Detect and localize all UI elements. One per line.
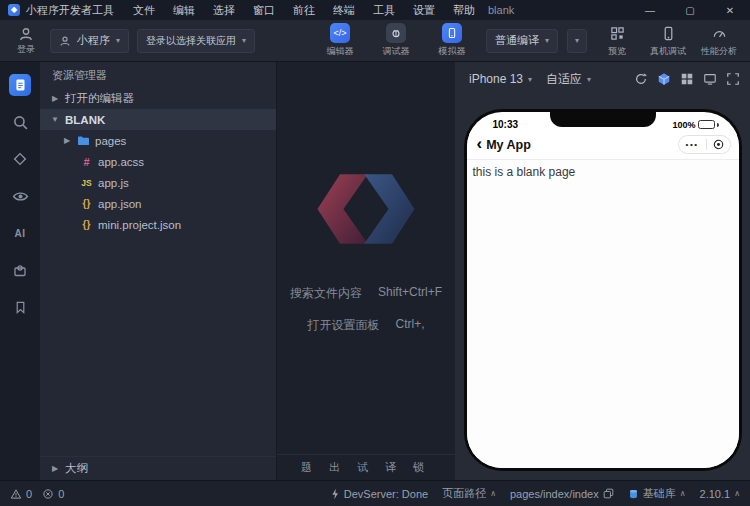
toolbar-actions: 普通编译 ▾ ▾ 预览 真机调试 性能分析	[486, 23, 740, 58]
miniapp-capsule: •••	[678, 135, 731, 154]
bolt-icon	[330, 488, 340, 500]
account-person-icon	[59, 35, 71, 47]
devserver-status[interactable]: DevServer: Done	[330, 488, 428, 500]
grid-icon[interactable]	[680, 72, 694, 86]
compile-mode-label: 普通编译	[495, 33, 539, 48]
capsule-close-icon[interactable]	[707, 139, 730, 150]
device-phone-icon	[658, 23, 678, 43]
phone-screen: 10:33 100% ‹ My App •••	[467, 112, 739, 468]
compile-mode-dropdown[interactable]: 普通编译 ▾	[486, 29, 558, 53]
titlebar: ◆ 小程序开发者工具 文件 编辑 选择 窗口 前往 终端 工具 设置 帮助 bl…	[0, 0, 750, 20]
errors-indicator[interactable]: 0	[42, 488, 64, 500]
maximize-button[interactable]: ▢	[670, 0, 710, 20]
project-name: blank	[488, 4, 514, 16]
window-controls: — ▢ ✕	[630, 0, 750, 20]
git-icon[interactable]	[9, 148, 31, 170]
main-area: AI 资源管理器 ▶ 打开的编辑器 ▼ BLANK ▶ pages # app.…	[0, 62, 750, 480]
login-button[interactable]: 登录	[10, 26, 42, 56]
compile-options-dropdown[interactable]: ▾	[567, 29, 587, 53]
outline-section[interactable]: ▶ 大纲	[40, 456, 276, 480]
file-row-app-json[interactable]: {} app.json	[40, 193, 276, 214]
panel-toggles: </> 编辑器 调试器 模拟器	[319, 23, 473, 58]
cube-icon[interactable]	[657, 72, 671, 86]
menu-help[interactable]: 帮助	[444, 0, 484, 20]
menu-file[interactable]: 文件	[124, 0, 164, 20]
chevron-right-icon: ▶	[50, 94, 60, 103]
shortcut-keys: Ctrl+,	[395, 317, 424, 334]
ai-icon[interactable]: AI	[9, 222, 31, 244]
preview-button[interactable]: 预览	[596, 23, 638, 58]
json-file-icon: {}	[80, 219, 93, 230]
base-lib-version[interactable]: 2.10.1 ∧	[700, 488, 740, 500]
gauge-icon	[709, 23, 729, 43]
explorer-title: 资源管理器	[40, 62, 276, 88]
eye-icon[interactable]	[9, 185, 31, 207]
database-icon	[628, 488, 639, 500]
search-icon[interactable]	[9, 111, 31, 133]
editor-toggle[interactable]: </> 编辑器	[319, 23, 361, 58]
warnings-indicator[interactable]: 0	[10, 488, 32, 500]
simulator-toggle[interactable]: 模拟器	[431, 23, 473, 58]
bookmark-icon[interactable]	[9, 296, 31, 318]
panel-tab-4[interactable]: 锁	[413, 460, 424, 475]
files-icon[interactable]	[9, 74, 31, 96]
phone-icon	[442, 23, 462, 43]
more-dots-icon[interactable]: •••	[679, 141, 706, 149]
chevron-down-icon: ▾	[116, 36, 120, 45]
menu-select[interactable]: 选择	[204, 0, 244, 20]
panel-tab-1[interactable]: 出	[329, 460, 340, 475]
open-editors-section[interactable]: ▶ 打开的编辑器	[40, 88, 276, 109]
panel-tab-0[interactable]: 题	[301, 460, 312, 475]
plugin-icon[interactable]	[9, 259, 31, 281]
chevron-up-icon: ∧	[734, 489, 740, 498]
device-dropdown[interactable]: iPhone 13 ▾	[465, 72, 536, 86]
phone-nav-bar: ‹ My App •••	[467, 130, 739, 160]
chevron-down-icon: ▾	[528, 75, 532, 84]
editor-toggle-label: 编辑器	[327, 45, 354, 58]
device-switch-icon[interactable]	[703, 72, 717, 86]
error-icon	[42, 488, 54, 500]
file-row-pages[interactable]: ▶ pages	[40, 130, 276, 151]
menu-settings[interactable]: 设置	[404, 0, 444, 20]
chevron-down-icon: ▾	[242, 36, 246, 45]
file-row-app-js[interactable]: JS app.js	[40, 172, 276, 193]
preview-label: 预览	[608, 45, 626, 58]
scale-dropdown[interactable]: 自适应 ▾	[542, 71, 595, 88]
menu-tools[interactable]: 工具	[364, 0, 404, 20]
file-row-app-acss[interactable]: # app.acss	[40, 151, 276, 172]
back-chevron-icon[interactable]: ‹	[477, 135, 483, 152]
profile-button[interactable]: 性能分析	[698, 23, 740, 58]
base-lib-toggle[interactable]: 基础库 ∧	[628, 486, 686, 501]
devtools-logo-watermark	[314, 167, 418, 251]
menu-edit[interactable]: 编辑	[164, 0, 204, 20]
phone-notch	[550, 112, 656, 127]
panel-tab-3[interactable]: 译	[385, 460, 396, 475]
menu-terminal[interactable]: 终端	[324, 0, 364, 20]
menu-window[interactable]: 窗口	[244, 0, 284, 20]
page-path-value[interactable]: pages/index/index	[510, 488, 614, 500]
remote-debug-button[interactable]: 真机调试	[647, 23, 689, 58]
app-logo-icon: ◆	[8, 4, 20, 16]
app-title: 小程序开发者工具	[26, 3, 114, 18]
refresh-icon[interactable]	[634, 72, 648, 86]
minimize-button[interactable]: —	[630, 0, 670, 20]
project-root-row[interactable]: ▼ BLANK	[40, 109, 276, 130]
page-path-toggle[interactable]: 页面路径 ∧	[442, 486, 496, 501]
relate-app-dropdown[interactable]: 登录以选择关联应用 ▾	[137, 29, 255, 53]
copy-icon[interactable]	[603, 488, 614, 499]
phone-mockup-wrap: 10:33 100% ‹ My App •••	[455, 96, 750, 480]
bottom-panel-tabs: 题 出 试 译 锁	[277, 454, 455, 480]
debugger-toggle[interactable]: 调试器	[375, 23, 417, 58]
expand-icon[interactable]	[726, 72, 740, 86]
panel-tab-2[interactable]: 试	[357, 460, 368, 475]
file-row-mini-project-json[interactable]: {} mini.project.json	[40, 214, 276, 235]
close-button[interactable]: ✕	[710, 0, 750, 20]
phone-mockup: 10:33 100% ‹ My App •••	[464, 109, 742, 471]
battery-indicator: 100%	[672, 120, 718, 130]
chevron-up-icon: ∧	[680, 489, 686, 498]
menu-go[interactable]: 前往	[284, 0, 324, 20]
statusbar-right: DevServer: Done 页面路径 ∧ pages/index/index…	[330, 486, 740, 501]
account-type-dropdown[interactable]: 小程序 ▾	[50, 29, 129, 53]
shortcut-keys: Shift+Ctrl+F	[378, 285, 442, 302]
folder-icon	[77, 135, 90, 146]
